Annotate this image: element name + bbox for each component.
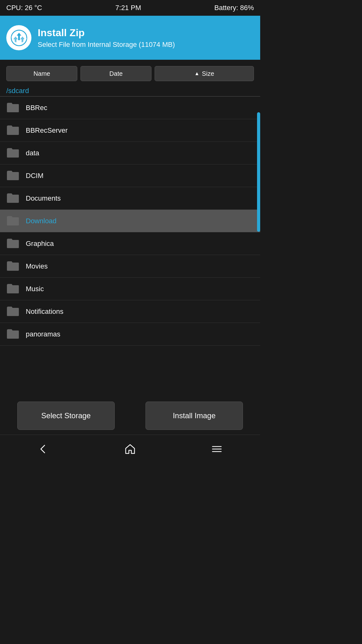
sort-size-triangle: ▲ [195, 71, 200, 76]
folder-icon [6, 328, 19, 341]
folder-icon [6, 283, 19, 295]
menu-icon [211, 443, 222, 455]
battery-status: Battery: 86% [214, 4, 254, 12]
header-title: Install Zip [38, 27, 175, 39]
file-name: Graphica [26, 240, 54, 248]
file-name: BBRecServer [26, 126, 68, 135]
list-item[interactable]: panoramas [0, 323, 260, 346]
list-item[interactable]: BBRec [0, 97, 260, 119]
sort-by-name-button[interactable]: Name [6, 66, 77, 81]
list-item[interactable]: Movies [0, 255, 260, 278]
file-list: BBRec BBRecServer data DCIM Documents Do… [0, 97, 260, 346]
select-storage-button[interactable]: Select Storage [17, 402, 115, 430]
folder-icon [6, 215, 19, 227]
scrollbar-thumb[interactable] [257, 112, 260, 232]
nav-bar [0, 435, 260, 463]
list-item[interactable]: Notifications [0, 300, 260, 323]
time-status: 7:21 PM [115, 4, 141, 12]
bottom-buttons: Select Storage Install Image [0, 397, 260, 435]
folder-icon [6, 260, 19, 273]
header-text: Install Zip Select File from Internal St… [38, 27, 175, 49]
folder-icon [6, 305, 19, 318]
cpu-status: CPU: 26 °C [6, 4, 42, 12]
list-item[interactable]: data [0, 142, 260, 164]
back-button[interactable] [36, 441, 51, 457]
home-icon [124, 443, 136, 455]
file-name: panoramas [26, 330, 60, 338]
menu-button[interactable] [209, 441, 225, 457]
file-name: Music [26, 285, 44, 293]
app-icon [6, 25, 31, 50]
file-name: BBRec [26, 104, 47, 112]
current-path: /sdcard [0, 84, 260, 97]
file-list-container[interactable]: BBRec BBRecServer data DCIM Documents Do… [0, 97, 260, 358]
file-name: Documents [26, 194, 61, 203]
list-item[interactable]: DCIM [0, 164, 260, 187]
sort-bar: Name Date ▲ Size [0, 60, 260, 84]
file-name: data [26, 149, 39, 157]
list-item[interactable]: BBRecServer [0, 119, 260, 142]
list-item[interactable]: Graphica [0, 232, 260, 255]
file-name: Movies [26, 262, 48, 270]
list-item[interactable]: Documents [0, 187, 260, 210]
folder-icon [6, 124, 19, 137]
folder-icon [6, 147, 19, 159]
install-zip-icon [10, 29, 28, 47]
folder-icon [6, 102, 19, 114]
scrollbar[interactable] [257, 97, 260, 358]
folder-icon [6, 237, 19, 250]
status-bar: CPU: 26 °C 7:21 PM Battery: 86% [0, 0, 260, 16]
list-item[interactable]: Download [0, 210, 260, 232]
install-image-button[interactable]: Install Image [145, 402, 243, 430]
header: Install Zip Select File from Internal St… [0, 16, 260, 60]
back-icon [38, 443, 49, 455]
file-name: DCIM [26, 172, 43, 180]
home-button[interactable] [122, 441, 138, 457]
list-item[interactable]: Music [0, 278, 260, 300]
header-subtitle: Select File from Internal Storage (11074… [38, 41, 175, 49]
file-name: Notifications [26, 308, 63, 316]
folder-icon [6, 192, 19, 205]
file-name: Download [26, 217, 57, 225]
sort-by-date-button[interactable]: Date [80, 66, 151, 81]
folder-icon [6, 169, 19, 182]
sort-by-size-button[interactable]: ▲ Size [155, 66, 254, 81]
